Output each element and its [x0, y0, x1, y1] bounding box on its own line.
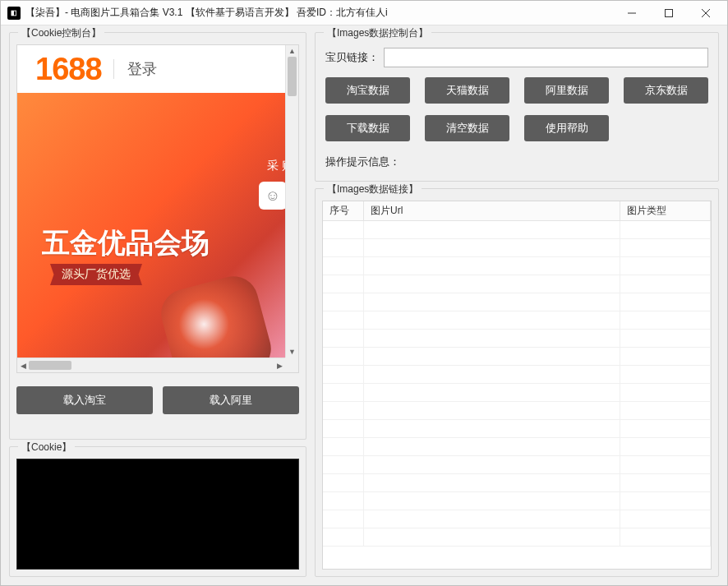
scroll-down-icon[interactable]: ▼	[286, 346, 298, 358]
table-row[interactable]	[323, 438, 711, 456]
table-row[interactable]	[323, 384, 711, 402]
table-row[interactable]	[323, 420, 711, 438]
images-console-legend: 【Images数据控制台】	[324, 26, 431, 40]
maximize-icon	[665, 9, 673, 17]
table-row[interactable]	[323, 402, 711, 420]
client-area: 【Cookie控制台】 1688 登录 采 购 ☺ 五金优品会场 源头厂货优选	[1, 25, 727, 585]
table-row[interactable]	[323, 492, 711, 510]
grid-header: 序号 图片Url 图片类型	[323, 201, 711, 221]
table-row[interactable]	[323, 275, 711, 293]
table-row[interactable]	[323, 221, 711, 239]
table-row[interactable]	[323, 528, 711, 547]
load-taobao-button[interactable]: 载入淘宝	[16, 386, 153, 414]
link-label: 宝贝链接：	[325, 50, 379, 65]
svg-rect-1	[665, 9, 672, 16]
cookie-console-group: 【Cookie控制台】 1688 登录 采 购 ☺ 五金优品会场 源头厂货优选	[9, 32, 306, 440]
banner-title: 五金优品会场	[42, 224, 210, 262]
app-window: ◧ 【柒吾】- 电商图片工具箱合集 V3.1 【软件基于易语言开发】 吾爱ID：…	[0, 0, 728, 586]
col-type-header[interactable]: 图片类型	[620, 201, 711, 220]
cookie-console-legend: 【Cookie控制台】	[18, 26, 104, 40]
embedded-browser[interactable]: 1688 登录 采 购 ☺ 五金优品会场 源头厂货优选 ▲	[16, 44, 299, 373]
login-label: 登录	[113, 59, 157, 79]
table-row[interactable]	[323, 474, 711, 492]
vertical-scrollbar[interactable]: ▲ ▼	[285, 45, 298, 358]
scroll-left-icon[interactable]: ◀	[17, 358, 29, 372]
table-row[interactable]	[323, 239, 711, 257]
help-button[interactable]: 使用帮助	[524, 115, 609, 141]
table-row[interactable]	[323, 456, 711, 474]
ali-data-button[interactable]: 阿里数据	[524, 77, 609, 104]
clear-data-button[interactable]: 清空数据	[425, 115, 509, 141]
right-column: 【Images数据控制台】 宝贝链接： 淘宝数据 天猫数据 阿里数据 京东数据 …	[315, 32, 719, 577]
logo-1688: 1688	[35, 52, 102, 87]
close-button[interactable]	[687, 2, 724, 25]
scroll-right-icon[interactable]: ▶	[274, 358, 285, 372]
cookie-text-group: 【Cookie】	[9, 446, 306, 577]
table-row[interactable]	[323, 257, 711, 275]
window-title: 【柒吾】- 电商图片工具箱合集 V3.1 【软件基于易语言开发】 吾爱ID：北方…	[25, 6, 388, 20]
data-grid[interactable]: 序号 图片Url 图片类型	[322, 201, 712, 570]
table-row[interactable]	[323, 348, 711, 366]
download-data-button[interactable]: 下载数据	[325, 115, 410, 141]
app-icon: ◧	[7, 7, 21, 20]
jd-data-button[interactable]: 京东数据	[624, 77, 708, 104]
table-row[interactable]	[323, 311, 711, 330]
scroll-up-icon[interactable]: ▲	[286, 45, 298, 57]
grid-body[interactable]	[323, 221, 711, 569]
scroll-corner	[285, 358, 298, 372]
action-buttons-grid: 淘宝数据 天猫数据 阿里数据 京东数据 下载数据 清空数据 使用帮助	[322, 77, 712, 150]
titlebar[interactable]: ◧ 【柒吾】- 电商图片工具箱合集 V3.1 【软件基于易语言开发】 吾爱ID：…	[1, 1, 727, 25]
table-row[interactable]	[323, 366, 711, 384]
window-controls	[613, 2, 724, 25]
load-ali-button[interactable]: 载入阿里	[163, 386, 299, 414]
tmall-data-button[interactable]: 天猫数据	[425, 77, 509, 104]
table-row[interactable]	[323, 293, 711, 311]
table-row[interactable]	[323, 330, 711, 348]
maximize-button[interactable]	[650, 2, 687, 25]
close-icon	[702, 9, 710, 17]
cookie-textarea[interactable]	[16, 459, 299, 570]
promo-banner: 采 购 ☺ 五金优品会场 源头厂货优选	[17, 93, 298, 372]
col-index-header[interactable]: 序号	[323, 201, 364, 220]
load-buttons-row: 载入淘宝 载入阿里	[16, 386, 299, 414]
images-links-group: 【Images数据链接】 序号 图片Url 图片类型	[315, 188, 719, 577]
images-links-legend: 【Images数据链接】	[324, 182, 422, 196]
link-field-row: 宝贝链接：	[322, 48, 712, 67]
cookie-text-legend: 【Cookie】	[18, 441, 75, 454]
col-url-header[interactable]: 图片Url	[364, 201, 620, 220]
table-row[interactable]	[323, 510, 711, 528]
left-column: 【Cookie控制台】 1688 登录 采 购 ☺ 五金优品会场 源头厂货优选	[9, 32, 306, 577]
avatar-icon[interactable]: ☺	[259, 182, 287, 210]
h-scroll-thumb[interactable]	[29, 361, 71, 370]
v-scroll-thumb[interactable]	[288, 57, 297, 96]
taobao-data-button[interactable]: 淘宝数据	[325, 77, 410, 104]
banner-ribbon: 源头厂货优选	[50, 264, 142, 285]
minimize-button[interactable]	[613, 2, 650, 25]
hint-text: 操作提示信息：	[322, 150, 712, 174]
horizontal-scrollbar[interactable]: ◀ ▶	[17, 358, 285, 372]
embedded-content: 1688 登录 采 购 ☺ 五金优品会场 源头厂货优选	[17, 45, 298, 372]
minimize-icon	[628, 9, 636, 17]
images-console-group: 【Images数据控制台】 宝贝链接： 淘宝数据 天猫数据 阿里数据 京东数据 …	[315, 32, 719, 182]
link-input[interactable]	[384, 48, 708, 67]
site-header: 1688 登录	[17, 45, 298, 93]
